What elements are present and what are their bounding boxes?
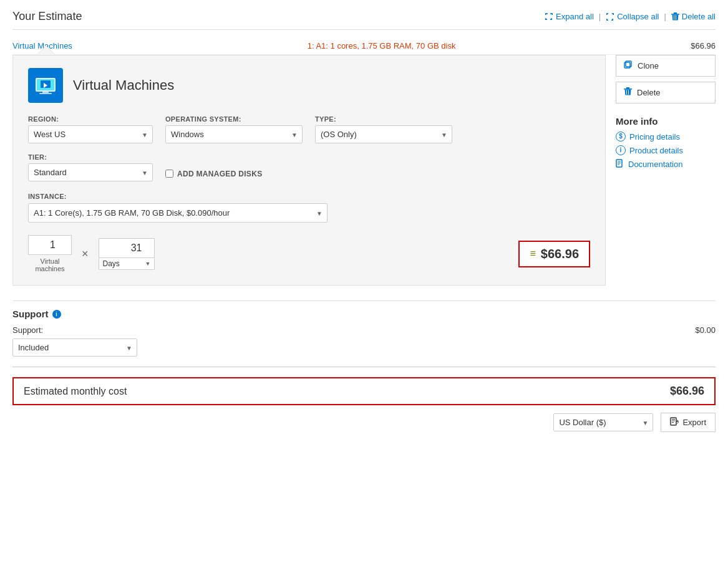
os-group: OPERATING SYSTEM: Windows Linux: [165, 115, 303, 143]
days-input[interactable]: [99, 238, 155, 258]
divider: [12, 367, 716, 367]
instance-row: INSTANCE: A1: 1 Core(s), 1.75 GB RAM, 70…: [28, 191, 590, 223]
estimated-cost-price: $66.96: [670, 385, 704, 398]
clone-icon: [624, 60, 633, 71]
form-row-2: TIER: Standard Basic ADD MANAGED DISKS: [28, 153, 590, 181]
product-details-link[interactable]: i Product details: [616, 145, 716, 155]
svg-rect-10: [626, 87, 629, 89]
page-header: Your Estimate Expand all | Collapse all …: [12, 10, 716, 30]
svg-rect-1: [674, 12, 677, 14]
collapse-all-button[interactable]: Collapse all: [606, 12, 659, 21]
separator1: |: [599, 12, 601, 21]
type-select[interactable]: (OS Only) SQL Server Standard: [315, 125, 452, 143]
doc-icon: [616, 159, 624, 170]
svg-rect-18: [672, 422, 674, 423]
region-select-wrapper: West US East US East US 2: [28, 125, 153, 143]
svg-rect-5: [42, 92, 49, 93]
delete-all-icon: [671, 12, 679, 21]
svg-rect-17: [672, 421, 675, 421]
vm-machines-label: Virtualmachines: [35, 257, 64, 272]
support-row: Support: Included Developer Standard Pro…: [12, 325, 716, 357]
region-label: REGION:: [28, 115, 153, 123]
instance-select[interactable]: A1: 1 Core(s), 1.75 GB RAM, 70 GB Disk, …: [28, 203, 328, 223]
estimated-cost-box: Estimated monthly cost $66.96: [12, 377, 716, 405]
expand-all-button[interactable]: Expand all: [545, 12, 594, 21]
form-row-1: REGION: West US East US East US 2 OPERAT…: [28, 115, 590, 143]
header-actions: Expand all | Collapse all | Delete all: [545, 12, 716, 21]
os-label: OPERATING SYSTEM:: [165, 115, 303, 123]
region-group: REGION: West US East US East US 2: [28, 115, 153, 143]
days-unit-select[interactable]: Days Hours Months: [99, 258, 155, 270]
svg-rect-0: [671, 14, 679, 15]
currency-select-wrapper: US Dollar ($) Euro (€) British Pound (£)…: [553, 413, 653, 431]
collapse-icon: [606, 12, 614, 21]
multiply-sign: ×: [82, 247, 89, 261]
support-section: Support i Support: Included Developer St…: [12, 300, 716, 357]
vm-card: Virtual Machines REGION: West US East US…: [12, 55, 606, 286]
support-info-icon[interactable]: i: [52, 310, 61, 319]
os-select-wrapper: Windows Linux: [165, 125, 303, 143]
expand-icon: [545, 12, 553, 21]
delete-all-button[interactable]: Delete all: [671, 12, 716, 21]
svg-rect-6: [39, 93, 52, 94]
documentation-link[interactable]: Documentation: [616, 159, 716, 170]
currency-select[interactable]: US Dollar ($) Euro (€) British Pound (£)…: [553, 413, 653, 431]
more-info-title: More info: [616, 116, 716, 127]
footer-row: US Dollar ($) Euro (€) British Pound (£)…: [12, 413, 716, 432]
more-info-section: More info $ Pricing details i Product de…: [616, 116, 716, 173]
type-select-wrapper: (OS Only) SQL Server Standard: [315, 125, 452, 143]
separator2: |: [664, 12, 666, 21]
managed-disks-row: ADD MANAGED DISKS: [165, 153, 262, 181]
pricing-details-link[interactable]: $ Pricing details: [616, 132, 716, 142]
vm-summary-row: Virtual Machines 1: A1: 1 cores, 1.75 GB…: [12, 37, 716, 55]
calc-row: 1 Virtualmachines × Days Hours Months: [28, 235, 590, 272]
delete-button[interactable]: Delete: [616, 82, 716, 103]
region-select[interactable]: West US East US East US 2: [28, 125, 153, 143]
tier-group: TIER: Standard Basic: [28, 153, 153, 181]
equals-sign: ≡: [530, 248, 535, 259]
result-price: $66.96: [541, 247, 579, 261]
support-label: Support:: [12, 325, 137, 335]
vm-card-title: Virtual Machines: [73, 77, 174, 94]
managed-disks-checkbox[interactable]: [165, 170, 173, 178]
quantity-input[interactable]: 1: [28, 235, 72, 255]
svg-rect-9: [624, 89, 632, 90]
support-left: Support: Included Developer Standard Pro…: [12, 325, 137, 357]
vm-icon: [28, 68, 63, 103]
os-select[interactable]: Windows Linux: [165, 125, 303, 143]
svg-rect-16: [672, 419, 675, 420]
export-icon: [670, 417, 679, 428]
managed-disks-label[interactable]: ADD MANAGED DISKS: [177, 170, 262, 178]
side-panel: Clone Delete More info $ Pricing details…: [616, 55, 716, 286]
tier-label: TIER:: [28, 153, 153, 161]
result-box: ≡ $66.96: [518, 241, 590, 267]
type-group: TYPE: (OS Only) SQL Server Standard: [315, 115, 452, 143]
instance-label: INSTANCE:: [28, 193, 67, 200]
pricing-icon: $: [616, 132, 626, 142]
support-price: $0.00: [695, 325, 716, 335]
card-pointer: [37, 46, 55, 55]
days-unit-wrapper: Days Hours Months: [99, 258, 155, 270]
export-button[interactable]: Export: [661, 413, 716, 432]
delete-icon: [624, 87, 632, 98]
tier-select[interactable]: Standard Basic: [28, 163, 153, 181]
instance-select-wrapper: A1: 1 Core(s), 1.75 GB RAM, 70 GB Disk, …: [28, 203, 328, 223]
support-select-wrapper: Included Developer Standard Professional…: [12, 339, 137, 357]
clone-button[interactable]: Clone: [616, 55, 716, 77]
vm-card-header: Virtual Machines: [28, 68, 590, 103]
svg-rect-15: [671, 418, 676, 425]
info-icon: i: [616, 145, 626, 155]
vm-card-wrapper: Virtual Machines REGION: West US East US…: [12, 55, 716, 286]
support-select[interactable]: Included Developer Standard Professional…: [12, 339, 137, 357]
page-title: Your Estimate: [12, 10, 82, 23]
tier-select-wrapper: Standard Basic: [28, 163, 153, 181]
estimated-cost-label: Estimated monthly cost: [24, 386, 127, 397]
vm-config-text: 1: A1: 1 cores, 1.75 GB RAM, 70 GB disk: [308, 41, 456, 50]
vm-summary-price: $66.96: [691, 41, 716, 50]
vm-icon-graphic: [34, 74, 57, 97]
type-label: TYPE:: [315, 115, 452, 123]
support-header: Support i: [12, 309, 716, 319]
